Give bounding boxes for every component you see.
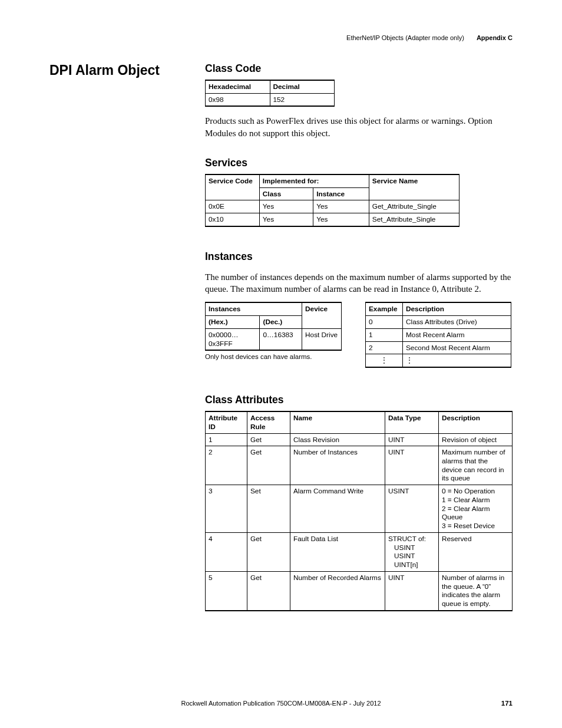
classattr-r2-rule: Set (247, 485, 290, 533)
classattr-r1-desc: Maximum number of alarms that the device… (439, 446, 513, 485)
classattr-r2-type: USINT (385, 485, 439, 533)
services-r0-code: 0x0E (206, 200, 260, 213)
classattr-r3-type-l2: USINT (388, 552, 435, 561)
classattr-r0-desc: Revision of object (439, 433, 513, 446)
classattr-r2-desc: 0 = No Operation 1 = Clear Alarm 2 = Cle… (439, 485, 513, 533)
services-r0-instance: Yes (313, 200, 369, 213)
services-th-impl: Implemented for: (259, 174, 369, 187)
class-code-th-dec: Decimal (270, 80, 335, 93)
classattr-r3-type-l1: USINT (388, 543, 435, 552)
classattr-r3-desc: Reserved (439, 532, 513, 571)
services-r0-class: Yes (259, 200, 313, 213)
instances-th-device: Device (302, 302, 342, 328)
classattr-r2-name: Alarm Command Write (290, 485, 385, 533)
class-code-table: Hexadecimal Decimal 0x98 152 (205, 80, 335, 107)
footer-publication: Rockwell Automation Publication 750COM-U… (0, 700, 562, 707)
classattr-r1-rule: Get (247, 446, 290, 485)
classattr-r3-type-l0: STRUCT of: (388, 535, 435, 543)
examples-r0-ex: 0 (366, 316, 403, 329)
services-heading: Services (205, 157, 513, 169)
classattr-r3-name: Fault Data List (290, 532, 385, 571)
running-head-appendix: Appendix C (477, 34, 513, 41)
class-code-th-hex: Hexadecimal (206, 80, 270, 93)
examples-r3-ex: ⋮ (366, 354, 403, 367)
services-r1-instance: Yes (313, 213, 369, 226)
services-r1-code: 0x10 (206, 213, 260, 226)
instances-paragraph: The number of instances depends on the m… (205, 271, 513, 295)
services-th-name: Service Name (369, 174, 459, 200)
class-code-heading: Class Code (205, 62, 513, 75)
classattr-r2-desc-l0: 0 = No Operation (442, 487, 509, 496)
section-side-heading: DPI Alarm Object (49, 62, 160, 78)
examples-th-desc: Description (403, 302, 511, 315)
footer-page-number: 171 (501, 700, 513, 707)
instances-footnote: Only host devices can have alarms. (205, 353, 342, 360)
classattr-r0-rule: Get (247, 433, 290, 446)
examples-r2-ex: 2 (366, 341, 403, 354)
classattr-r4-desc: Number of alarms in the queue. A “0” ind… (439, 571, 513, 610)
services-r0-name: Get_Attribute_Single (369, 200, 459, 213)
class-code-td-hex: 0x98 (206, 93, 270, 106)
examples-table: Example Description 0 Class Attributes (… (365, 302, 511, 368)
classattr-th-desc: Description (439, 411, 513, 433)
classattr-r2-desc-l3: 3 = Reset Device (442, 522, 509, 531)
classattr-r1-id: 2 (206, 446, 247, 485)
class-code-td-dec: 152 (270, 93, 335, 106)
classattr-r3-id: 4 (206, 532, 247, 571)
instances-table: Instances Device (Hex.) (Dec.) 0x0000…0x… (205, 302, 342, 351)
services-r1-name: Set_Attribute_Single (369, 213, 459, 226)
intro-paragraph: Products such as PowerFlex drives use th… (205, 115, 513, 139)
classattr-th-type: Data Type (385, 411, 439, 433)
examples-r1-desc: Most Recent Alarm (403, 328, 511, 341)
services-table: Service Code Implemented for: Service Na… (205, 174, 459, 227)
classattr-r4-rule: Get (247, 571, 290, 610)
classattr-r3-type-l3: UINT[n] (388, 561, 435, 569)
class-attributes-heading: Class Attributes (205, 394, 513, 406)
classattr-th-rule: Access Rule (247, 411, 290, 433)
examples-r3-desc: ⋮ (403, 354, 511, 367)
services-th-class: Class (259, 187, 313, 200)
running-head: EtherNet/IP Objects (Adapter mode only) … (346, 34, 513, 41)
classattr-r2-desc-l2: 2 = Clear Alarm Queue (442, 505, 509, 522)
services-th-code: Service Code (206, 174, 260, 200)
classattr-r0-id: 1 (206, 433, 247, 446)
instances-td-device: Host Drive (302, 328, 342, 350)
services-th-instance: Instance (313, 187, 369, 200)
instances-th-instances: Instances (206, 302, 302, 315)
examples-r0-desc: Class Attributes (Drive) (403, 316, 511, 329)
classattr-r1-type: UINT (385, 446, 439, 485)
instances-th-hex: (Hex.) (206, 316, 260, 329)
classattr-th-name: Name (290, 411, 385, 433)
classattr-r1-name: Number of Instances (290, 446, 385, 485)
examples-th-example: Example (366, 302, 403, 315)
classattr-r0-name: Class Revision (290, 433, 385, 446)
examples-r1-ex: 1 (366, 328, 403, 341)
classattr-r4-type: UINT (385, 571, 439, 610)
instances-heading: Instances (205, 251, 513, 263)
instances-th-dec: (Dec.) (260, 316, 302, 329)
instances-td-dec: 0…16383 (260, 328, 302, 350)
running-head-title: EtherNet/IP Objects (Adapter mode only) (346, 34, 464, 41)
instances-td-hex: 0x0000…0x3FFF (206, 328, 260, 350)
classattr-r2-desc-l1: 1 = Clear Alarm (442, 496, 509, 505)
classattr-th-id: Attribute ID (206, 411, 247, 433)
classattr-r3-rule: Get (247, 532, 290, 571)
classattr-r4-id: 5 (206, 571, 247, 610)
services-r1-class: Yes (259, 213, 313, 226)
classattr-r0-type: UINT (385, 433, 439, 446)
classattr-r2-id: 3 (206, 485, 247, 533)
classattr-r3-type: STRUCT of: USINT USINT UINT[n] (385, 532, 439, 571)
class-attributes-table: Attribute ID Access Rule Name Data Type … (205, 411, 513, 611)
classattr-r4-name: Number of Recorded Alarms (290, 571, 385, 610)
examples-r2-desc: Second Most Recent Alarm (403, 341, 511, 354)
